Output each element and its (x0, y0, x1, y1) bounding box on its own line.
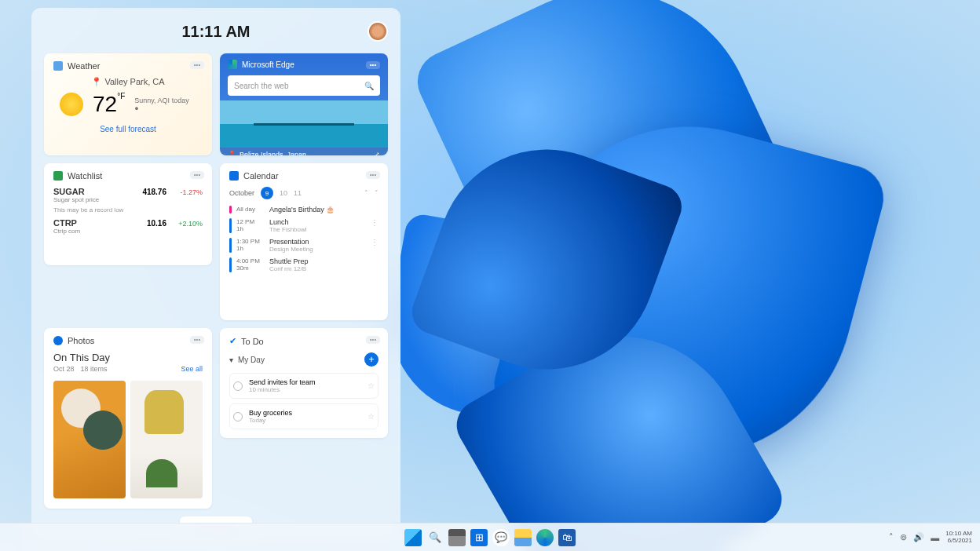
widgets-panel: 11:11 AM Weather ••• 📍 Valley Park, CA 7… (31, 8, 400, 542)
task-item[interactable]: Buy groceriesToday☆ (229, 403, 378, 429)
stock-price: 418.76 (135, 188, 166, 196)
todo-title: To Do (241, 337, 264, 346)
cake-icon: 🎂 (326, 206, 335, 213)
chat-button[interactable]: 💬 (492, 529, 510, 546)
weather-title: Weather (68, 61, 100, 71)
taskbar-clock[interactable]: 10:10 AM 6/5/2021 (945, 531, 972, 545)
panel-clock: 11:11 AM (181, 23, 250, 41)
location-pin-icon: 📍 (228, 151, 236, 155)
widget-menu-icon[interactable]: ••• (366, 336, 380, 344)
photos-icon (53, 336, 63, 345)
widget-menu-icon[interactable]: ••• (190, 171, 204, 179)
chevron-up-icon[interactable]: ˄ (364, 189, 368, 197)
more-icon[interactable]: ⋮ (371, 218, 378, 233)
task-item[interactable]: Send invites for team10 minutes☆ (229, 373, 378, 399)
wifi-icon[interactable]: ⊚ (900, 532, 907, 542)
search-icon: 🔍 (364, 82, 374, 90)
file-explorer-button[interactable] (514, 529, 532, 546)
photos-header: Photos (68, 336, 94, 345)
calendar-month: October (229, 189, 254, 197)
widget-menu-icon[interactable]: ••• (190, 336, 204, 344)
stock-price: 10.16 (135, 219, 166, 228)
photos-title: On This Day (53, 352, 203, 363)
photo-thumbnail[interactable] (130, 381, 203, 498)
add-task-button[interactable]: + (364, 352, 378, 367)
temperature: 72 (93, 92, 117, 116)
cal-next-icon[interactable]: 11 (294, 189, 302, 197)
see-all-link[interactable]: See all (181, 365, 203, 373)
calendar-event[interactable]: 4:00 PM30mShuttle PrepConf rm 12/B (229, 257, 378, 272)
stock-change: -1.27% (171, 188, 203, 196)
stock-row[interactable]: CTRPCtrip com 10.16 +2.10% (53, 218, 203, 235)
todo-widget[interactable]: ✔To Do ••• ▾My Day+ Send invites for tea… (220, 328, 388, 438)
cal-prev-icon[interactable]: 10 (280, 189, 287, 197)
calendar-event[interactable]: 1:30 PM1hPresentationDesign Meeting⋮ (229, 238, 378, 253)
calendar-icon (229, 171, 239, 181)
widget-menu-icon[interactable]: ••• (190, 61, 204, 69)
calendar-event[interactable]: 12 PM1hLunchThe Fishbowl⋮ (229, 218, 378, 233)
forecast-link[interactable]: See full forecast (53, 125, 203, 133)
user-avatar[interactable] (368, 21, 388, 42)
more-icon[interactable]: ⋮ (371, 238, 378, 253)
bloom-graphic (330, 0, 958, 510)
search-button[interactable]: 🔍 (426, 529, 444, 546)
task-checkbox[interactable] (233, 412, 243, 421)
watchlist-icon (53, 171, 63, 181)
calendar-widget[interactable]: Calendar ••• October 9 10 11 ˄ ˅ All day… (220, 163, 388, 320)
edge-icon (228, 60, 237, 69)
start-button[interactable] (404, 529, 422, 546)
edge-image (220, 100, 388, 148)
star-icon[interactable]: ☆ (368, 381, 375, 390)
weather-icon (53, 61, 63, 71)
chevron-down-icon[interactable]: ▾ (229, 356, 233, 364)
stock-change: +2.10% (171, 220, 203, 228)
watchlist-widget[interactable]: Watchlist ••• SUGARSugar spot price 418.… (44, 163, 212, 265)
battery-icon[interactable]: ▬ (931, 533, 939, 542)
store-button[interactable]: 🛍 (558, 529, 576, 546)
check-icon: ✔ (229, 336, 236, 346)
weather-condition: Sunny, AQI today (134, 97, 203, 104)
edge-caption-text: Belize Islands, Japan (240, 151, 306, 155)
star-icon[interactable]: ☆ (368, 412, 375, 421)
stock-row[interactable]: SUGARSugar spot price 418.76 -1.27% (53, 187, 203, 203)
edge-widget[interactable]: Microsoft Edge••• Search the web🔍 📍Beliz… (220, 53, 388, 155)
weather-widget[interactable]: Weather ••• 📍 Valley Park, CA 72°F Sunny… (44, 53, 212, 155)
todo-list-name[interactable]: My Day (238, 356, 265, 364)
widget-menu-icon[interactable]: ••• (366, 171, 380, 179)
stock-note: This may be a record low (53, 206, 203, 213)
calendar-event[interactable]: All dayAngela's Birthday 🎂 (229, 206, 378, 213)
watchlist-title: Watchlist (68, 171, 102, 181)
weather-location: 📍 Valley Park, CA (53, 77, 203, 87)
edge-button[interactable] (536, 529, 554, 546)
calendar-today-pill[interactable]: 9 (261, 187, 273, 199)
calendar-title: Calendar (243, 171, 279, 181)
edge-title: Microsoft Edge (242, 60, 294, 69)
sun-icon (60, 93, 83, 116)
chevron-up-icon[interactable]: ˄ (889, 532, 894, 542)
edge-search-input[interactable]: Search the web🔍 (228, 75, 380, 96)
expand-icon[interactable]: ⤢ (374, 151, 380, 155)
widgets-button[interactable]: ⊞ (470, 529, 488, 546)
volume-icon[interactable]: 🔊 (913, 532, 924, 542)
photo-thumbnail[interactable] (53, 381, 126, 498)
widget-menu-icon[interactable]: ••• (366, 61, 380, 69)
photos-widget[interactable]: Photos ••• On This Day Oct 2818 itemsSee… (44, 328, 212, 509)
chevron-down-icon[interactable]: ˅ (375, 189, 378, 197)
taskbar: 🔍 ⊞ 💬 🛍 ˄ ⊚ 🔊 ▬ 10:10 AM 6/5/2021 (0, 523, 980, 551)
task-view-button[interactable] (448, 529, 466, 546)
task-checkbox[interactable] (233, 381, 243, 391)
